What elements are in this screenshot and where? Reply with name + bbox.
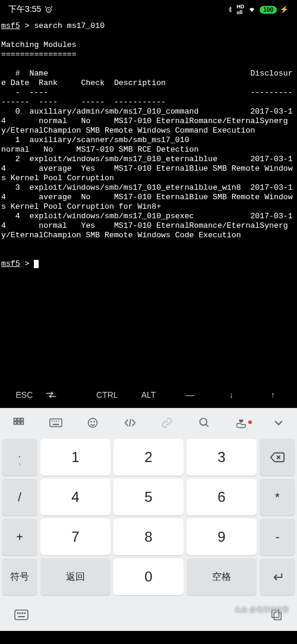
esc-key[interactable]: ESC — [4, 384, 45, 406]
key-1[interactable]: 1 — [40, 439, 110, 476]
svg-rect-20 — [15, 610, 28, 620]
punct-key-slash[interactable]: / — [2, 479, 37, 516]
code-icon[interactable] — [112, 418, 149, 428]
key-2[interactable]: 2 — [113, 439, 184, 476]
key-5[interactable]: 5 — [113, 479, 184, 516]
space-key[interactable]: 空格 — [187, 558, 257, 595]
key-4[interactable]: 4 — [40, 479, 110, 516]
link-icon[interactable] — [148, 417, 186, 429]
svg-rect-1 — [14, 418, 17, 420]
wifi-icon — [247, 6, 257, 13]
key-7[interactable]: 7 — [40, 519, 110, 555]
svg-point-22 — [20, 612, 21, 614]
collapse-icon[interactable] — [260, 420, 298, 426]
terminal-output[interactable]: msf5 > search ms17_010 Matching Modules … — [0, 19, 297, 382]
svg-rect-6 — [21, 422, 23, 424]
status-bar: 下午3:55 HDııll 100 ⚡ — [0, 0, 297, 19]
key-0[interactable]: 0 — [113, 558, 184, 595]
back-key[interactable]: 返回 — [40, 558, 110, 595]
bluetooth-icon — [227, 5, 233, 14]
svg-point-21 — [17, 612, 18, 614]
heart-hand-icon[interactable] — [223, 417, 260, 429]
svg-line-17 — [206, 424, 208, 426]
key-3[interactable]: 3 — [187, 439, 257, 476]
svg-point-16 — [200, 418, 207, 425]
svg-rect-5 — [18, 422, 20, 424]
charging-icon: ⚡ — [280, 5, 289, 14]
key-6[interactable]: 6 — [187, 479, 257, 516]
svg-rect-2 — [18, 418, 20, 420]
punct-key-dot-comma[interactable]: . , — [2, 439, 37, 476]
enter-key[interactable] — [260, 558, 295, 595]
prompt-1: msf5 — [1, 21, 20, 30]
terminal-cursor[interactable] — [34, 260, 39, 268]
result-row-2: 2 exploit/windows/smb/ms17_010_eternalbl… — [1, 155, 293, 183]
battery-indicator: 100 — [260, 6, 277, 14]
svg-rect-4 — [14, 422, 17, 424]
alarm-icon — [45, 5, 53, 14]
watermark-text: 头条 @毛哥科技秀 — [235, 605, 289, 614]
ctrl-key[interactable]: CTRL — [86, 384, 128, 406]
signal-hd-icon: HDııll — [236, 4, 244, 15]
svg-point-13 — [89, 418, 97, 427]
key-8[interactable]: 8 — [113, 519, 184, 555]
up-key[interactable]: ↑ — [252, 384, 293, 406]
svg-point-24 — [24, 612, 26, 614]
svg-point-15 — [94, 421, 94, 422]
punct-key-plus[interactable]: + — [2, 519, 37, 555]
svg-point-23 — [22, 612, 23, 614]
matching-heading: Matching Modules — [1, 40, 77, 49]
punct-key-star[interactable]: * — [260, 479, 295, 516]
alt-key[interactable]: ALT — [128, 384, 169, 406]
result-row-1: 1 auxiliary/scanner/smb/smb_ms17_010 nor… — [1, 136, 297, 154]
key-9[interactable]: 9 — [187, 519, 257, 555]
svg-point-14 — [91, 421, 91, 422]
notification-dot — [248, 420, 252, 424]
svg-rect-3 — [21, 418, 23, 420]
prompt-2: msf5 — [1, 259, 20, 268]
svg-rect-7 — [50, 419, 62, 426]
status-time: 下午3:55 — [8, 4, 41, 15]
numeric-keyboard: . , 1 2 3 / 4 5 6 * + 7 8 9 - 符号 返回 0 空格 — [0, 436, 297, 599]
backspace-key[interactable] — [260, 439, 295, 476]
tab-key[interactable] — [45, 385, 87, 405]
command-1: search ms17_010 — [34, 21, 105, 30]
down-key[interactable]: ↓ — [211, 384, 252, 406]
terminal-extra-keys: ESC CTRL ALT — ↓ ↑ — [0, 382, 297, 408]
emoji-icon[interactable] — [74, 417, 112, 429]
search-icon[interactable] — [186, 417, 223, 429]
keyboard-switch-icon[interactable] — [14, 609, 29, 621]
keyboard-layout-icon[interactable] — [37, 418, 75, 428]
col-header: # Name Disclosure Date Rank Check Descri… — [1, 69, 293, 87]
result-row-0: 0 auxiliary/admin/smb/ms17_010_command 2… — [1, 107, 293, 135]
bottom-bar — [0, 599, 297, 631]
grid-icon[interactable] — [0, 417, 37, 429]
dash-key[interactable]: — — [169, 384, 211, 406]
symbols-key[interactable]: 符号 — [2, 558, 37, 595]
result-row-4: 4 exploit/windows/smb/ms17_010_psexec 20… — [1, 212, 293, 240]
ime-toolbar — [0, 408, 297, 436]
punct-key-minus[interactable]: - — [260, 519, 295, 555]
result-row-3: 3 exploit/windows/smb/ms17_010_eternalbl… — [1, 183, 293, 211]
